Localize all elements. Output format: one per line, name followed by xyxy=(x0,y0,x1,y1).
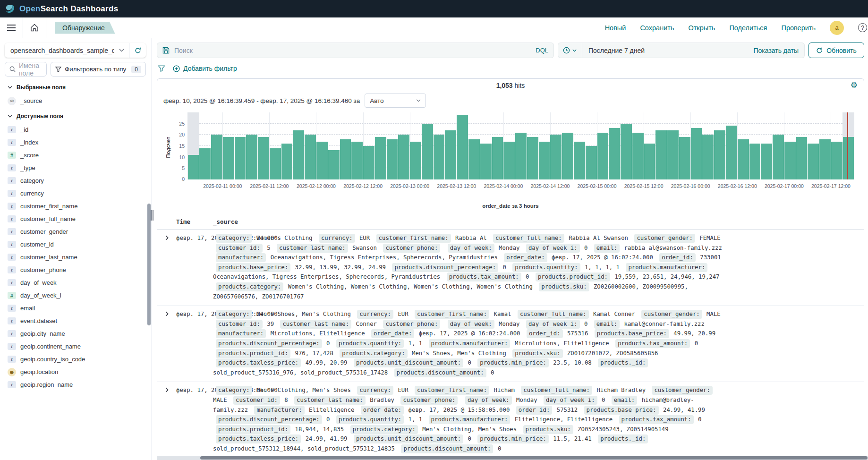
field-item-day_of_week[interactable]: tday_of_week xyxy=(8,276,146,289)
histogram-bar[interactable] xyxy=(702,112,714,179)
time-range-value[interactable]: Последние 7 дней xyxy=(582,47,651,54)
histogram-bar[interactable] xyxy=(457,112,468,179)
field-item-_type[interactable]: t_type xyxy=(8,162,146,174)
filter-funnel-icon[interactable] xyxy=(158,65,165,72)
field-search-input[interactable]: Имена поле xyxy=(5,62,47,77)
field-item-customer_first_name[interactable]: tcustomer_first_name xyxy=(8,200,146,213)
field-item-customer_phone[interactable]: tcustomer_phone xyxy=(8,264,146,276)
histogram-bar[interactable] xyxy=(562,112,574,179)
histogram-bar[interactable] xyxy=(340,112,351,179)
histogram-bar[interactable] xyxy=(410,112,422,179)
histogram-bar[interactable] xyxy=(258,112,270,179)
histogram-bar[interactable] xyxy=(842,112,854,179)
breadcrumb[interactable]: Обнаружение xyxy=(55,22,115,34)
histogram-bar[interactable] xyxy=(667,112,679,179)
histogram-bar[interactable] xyxy=(515,112,527,179)
histogram-bar[interactable] xyxy=(808,112,819,179)
field-item-customer_gender[interactable]: tcustomer_gender xyxy=(8,225,146,238)
histogram-bar[interactable] xyxy=(773,112,784,179)
histogram-bar[interactable] xyxy=(609,112,621,179)
histogram-bar[interactable] xyxy=(573,112,585,179)
histogram-bar[interactable] xyxy=(538,112,550,179)
histogram-bar[interactable] xyxy=(445,112,457,179)
histogram-bar[interactable] xyxy=(527,112,538,179)
histogram-bar[interactable] xyxy=(433,112,445,179)
field-item-_source[interactable]: </>_source xyxy=(8,94,146,107)
histogram-bar[interactable] xyxy=(585,112,597,179)
menu-button[interactable] xyxy=(0,17,23,38)
histogram-bar[interactable] xyxy=(246,112,258,179)
add-filter-button[interactable]: Добавить фильтр xyxy=(173,65,237,72)
refresh-button[interactable]: Обновить xyxy=(808,43,864,58)
histogram-bar[interactable] xyxy=(621,112,632,179)
histogram-bar[interactable] xyxy=(550,112,562,179)
expand-row-button[interactable] xyxy=(157,385,176,453)
nav-action[interactable]: Новый xyxy=(605,24,626,32)
col-time[interactable]: Time xyxy=(176,218,213,225)
gear-icon[interactable]: ⚙ xyxy=(851,81,858,89)
histogram-bar[interactable] xyxy=(737,112,749,179)
field-item-customer_last_name[interactable]: tcustomer_last_name xyxy=(8,251,146,264)
filter-by-type-button[interactable]: Фильтровать по типу 0 xyxy=(51,62,146,77)
field-item-_index[interactable]: t_index xyxy=(8,136,146,149)
expand-row-button[interactable] xyxy=(157,309,176,377)
horizontal-scrollbar[interactable] xyxy=(157,456,868,460)
histogram-bar[interactable] xyxy=(281,112,293,179)
histogram-bar[interactable] xyxy=(644,112,655,179)
histogram-bar[interactable] xyxy=(819,112,831,179)
histogram-bar[interactable] xyxy=(655,112,667,179)
histogram-bar[interactable] xyxy=(679,112,690,179)
nav-action[interactable]: Проверить xyxy=(781,24,816,32)
field-item-geoip.continent_name[interactable]: tgeoip.continent_name xyxy=(8,340,146,353)
histogram-bar[interactable] xyxy=(421,112,433,179)
field-item-geoip.country_iso_code[interactable]: tgeoip.country_iso_code xyxy=(8,353,146,366)
histogram-bar[interactable] xyxy=(269,112,281,179)
histogram-bar[interactable] xyxy=(199,112,211,179)
sidebar-scrollbar[interactable] xyxy=(147,204,151,325)
field-item-email[interactable]: temail xyxy=(8,302,146,315)
field-item-event.dataset[interactable]: tevent.dataset xyxy=(8,315,146,327)
histogram-bar[interactable] xyxy=(749,112,761,179)
histogram-bar[interactable] xyxy=(480,112,492,179)
histogram-bar[interactable] xyxy=(386,112,398,179)
histogram-bar[interactable] xyxy=(211,112,223,179)
histogram-bar[interactable] xyxy=(328,112,340,179)
search-input[interactable]: Поиск DQL xyxy=(157,43,554,58)
histogram-bar[interactable] xyxy=(187,112,199,179)
scrollbar-thumb[interactable] xyxy=(200,456,868,460)
index-pattern-select[interactable]: opensearch_dashboards_sample_da... xyxy=(5,43,146,58)
histogram-chart[interactable]: Подсчет 5101520250 2025-02-11 00:002025-… xyxy=(160,111,858,191)
histogram-bar[interactable] xyxy=(468,112,480,179)
histogram-bar[interactable] xyxy=(305,112,316,179)
save-query-icon[interactable] xyxy=(162,47,170,54)
nav-action[interactable]: Поделиться xyxy=(729,24,767,32)
histogram-bar[interactable] xyxy=(632,112,644,179)
nav-action[interactable]: Сохранить xyxy=(640,24,674,32)
histogram-bar[interactable] xyxy=(234,112,246,179)
histogram-bar[interactable] xyxy=(784,112,796,179)
home-button[interactable] xyxy=(23,17,46,38)
histogram-bar[interactable] xyxy=(351,112,363,179)
histogram-bar[interactable] xyxy=(374,112,386,179)
field-item-geoip.location[interactable]: ⊕geoip.location xyxy=(8,366,146,378)
histogram-bar[interactable] xyxy=(293,112,305,179)
histogram-bar[interactable] xyxy=(690,112,702,179)
field-item-_id[interactable]: t_id xyxy=(8,123,146,136)
nav-action[interactable]: Открыть xyxy=(688,24,715,32)
field-item-customer_id[interactable]: tcustomer_id xyxy=(8,238,146,251)
field-item-day_of_week_i[interactable]: #day_of_week_i xyxy=(8,289,146,302)
query-language-button[interactable]: DQL xyxy=(536,47,548,54)
histogram-bar[interactable] xyxy=(831,112,842,179)
help-icon[interactable]: ? xyxy=(858,23,867,32)
histogram-bar[interactable] xyxy=(714,112,726,179)
show-dates-button[interactable]: Показать даты xyxy=(747,47,805,54)
histogram-bar[interactable] xyxy=(726,112,738,179)
selected-fields-header[interactable]: Выбранные поля xyxy=(8,84,146,91)
histogram-bar[interactable] xyxy=(503,112,515,179)
quick-select-button[interactable] xyxy=(558,43,582,58)
field-item-geoip.region_name[interactable]: tgeoip.region_name xyxy=(8,378,146,391)
field-item-category[interactable]: tcategory xyxy=(8,174,146,187)
expand-row-button[interactable] xyxy=(157,233,176,301)
interval-select[interactable]: Авто xyxy=(365,94,426,108)
field-item-_score[interactable]: #_score xyxy=(8,149,146,162)
